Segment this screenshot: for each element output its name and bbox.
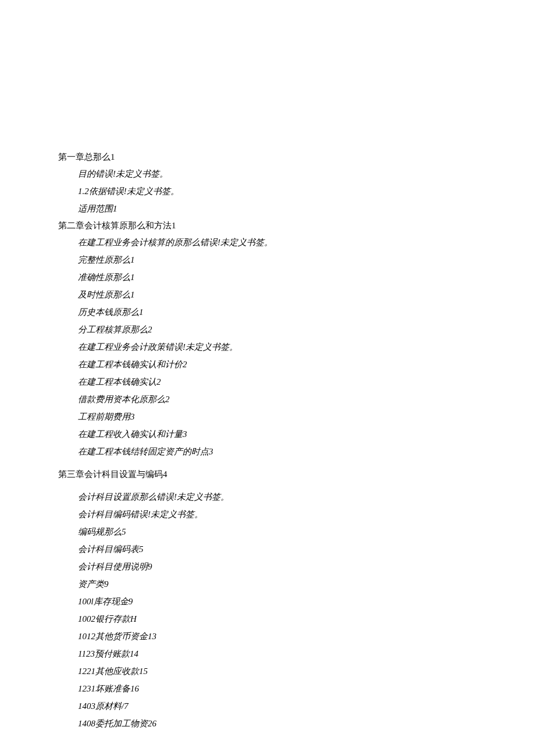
toc-item: 在建工程业务会计核算的原那么错误!未定义书签。 — [78, 234, 477, 251]
chapter-3-heading: 第三章会计科目设置与编码4 — [58, 466, 477, 482]
toc-item: 1002银行存款H — [78, 610, 477, 628]
toc-item: 目的错误!未定义书签。 — [78, 165, 477, 182]
toc-item: 会计科目设置原那么错误!未定义书签。 — [78, 488, 477, 506]
toc-item: 在建工程收入确实认和计量3 — [78, 425, 477, 443]
toc-item: 借款费用资本化原那么2 — [78, 390, 477, 408]
toc-item: 在建工程业务会计政策错误!未定义书签。 — [78, 338, 477, 356]
toc-item: 完整性原那么1 — [78, 251, 477, 268]
toc-item: 适用范围1 — [78, 200, 477, 217]
toc-item: 1231坏账准备16 — [78, 680, 477, 697]
toc-item: 资产类9 — [78, 575, 477, 593]
spacer — [58, 482, 477, 488]
toc-item: 分工程核算原那么2 — [78, 321, 477, 338]
toc-item: 会计科目编码表5 — [78, 540, 477, 558]
toc-item: 1123预付账款14 — [78, 645, 477, 662]
chapter-2-heading: 第二章会计核算原那么和方法1 — [58, 217, 477, 234]
toc-item: 1.2依据错误!未定义书签。 — [78, 182, 477, 200]
toc-item: 1408委托加工物资26 — [78, 715, 477, 732]
toc-item: 1012其他货币资金13 — [78, 628, 477, 645]
toc-item: 会计科目使用说明9 — [78, 558, 477, 575]
spacer — [58, 460, 477, 466]
chapter-1-heading: 第一章总那么1 — [58, 149, 477, 165]
toc-item: 准确性原那么1 — [78, 268, 477, 286]
toc-item: 在建工程本钱结转固定资产的时点3 — [78, 443, 477, 460]
toc-item: 会计科目编码错误!未定义书签。 — [78, 506, 477, 523]
toc-item: 在建工程本钱确实认2 — [78, 373, 477, 390]
toc-item: 历史本钱原那么1 — [78, 303, 477, 321]
document-page: 第一章总那么1 目的错误!未定义书签。 1.2依据错误!未定义书签。 适用范围1… — [0, 0, 535, 732]
toc-item: 1221其他应收款15 — [78, 662, 477, 680]
toc-item: 1403原材料/7 — [78, 697, 477, 715]
toc-item: 工程前期费用3 — [78, 408, 477, 425]
toc-item: 编码规那么5 — [78, 523, 477, 540]
toc-item: 在建工程本钱确实认和计价2 — [78, 356, 477, 373]
toc-item: 及时性原那么1 — [78, 286, 477, 303]
toc-item: 100l库存现金9 — [78, 593, 477, 610]
